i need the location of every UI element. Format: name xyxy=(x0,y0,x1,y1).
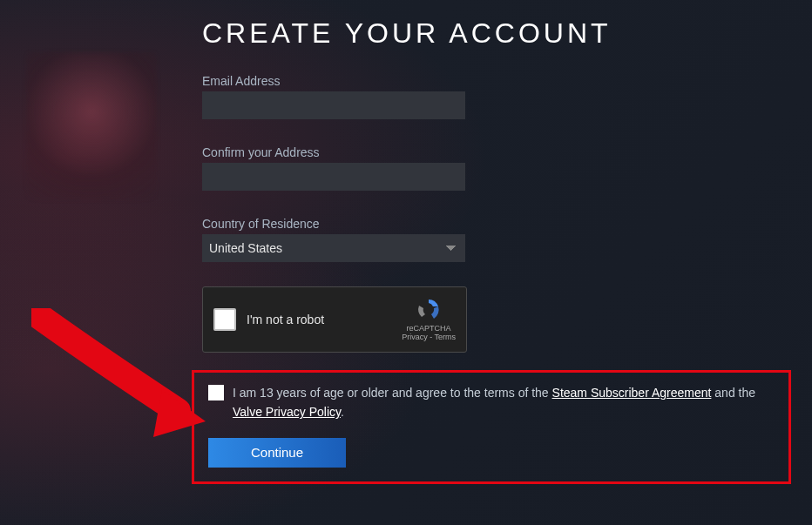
confirm-email-field[interactable] xyxy=(202,163,465,191)
email-label: Email Address xyxy=(202,74,812,88)
country-label: Country of Residence xyxy=(202,217,812,231)
country-select[interactable]: United States xyxy=(202,234,465,262)
recaptcha-icon xyxy=(415,298,443,322)
recaptcha-links[interactable]: Privacy - Terms xyxy=(402,333,456,341)
agreement-section: I am 13 years of age or older and agree … xyxy=(192,370,791,484)
confirm-email-label: Confirm your Address xyxy=(202,145,812,159)
recaptcha-widget[interactable]: I'm not a robot reCAPTCHA Privacy - Term… xyxy=(202,286,467,353)
page-title: CREATE YOUR ACCOUNT xyxy=(202,17,812,50)
agree-checkbox[interactable] xyxy=(208,385,224,400)
recaptcha-checkbox[interactable] xyxy=(213,308,236,331)
agree-text: I am 13 years of age or older and agree … xyxy=(233,383,775,422)
email-field[interactable] xyxy=(202,91,465,119)
privacy-policy-link[interactable]: Valve Privacy Policy xyxy=(233,405,341,419)
subscriber-agreement-link[interactable]: Steam Subscriber Agreement xyxy=(552,386,712,400)
recaptcha-brand: reCAPTCHA xyxy=(407,324,451,333)
continue-button[interactable]: Continue xyxy=(208,438,346,468)
recaptcha-label: I'm not a robot xyxy=(247,313,402,326)
